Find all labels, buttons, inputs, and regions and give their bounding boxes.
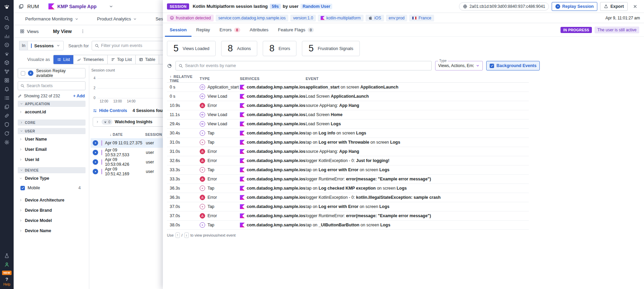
help-question-icon[interactable]: ?	[5, 277, 8, 282]
add-facet-button[interactable]: + Add	[73, 94, 86, 98]
session-replay-play-button[interactable]	[93, 169, 98, 174]
session-type-column-header[interactable]: SESSION T	[145, 132, 166, 137]
facet-group-header[interactable]: USER	[18, 128, 86, 134]
watchdog-icon[interactable]	[0, 49, 14, 58]
ci-icon[interactable]	[0, 129, 14, 138]
facet-group-header[interactable]: CORE	[18, 119, 86, 126]
background-events-toggle[interactable]: Background Events	[486, 61, 540, 70]
facet-item-user-email[interactable]: User Email	[18, 144, 86, 155]
settings-icon[interactable]	[0, 138, 14, 147]
event-search-input[interactable]	[185, 63, 429, 68]
export-button[interactable]: Export	[600, 2, 628, 11]
facet-group-header[interactable]: DEVICE	[18, 167, 86, 173]
event-row-6[interactable]: 31.0s Tap com.datadog.kmp.sample.ios tap…	[167, 138, 529, 147]
dashboards-icon[interactable]	[0, 32, 14, 41]
tag-kotlin-multiplatform[interactable]: kotlin-multiplatform	[318, 15, 364, 21]
tag-service-com-datadog-kmp-sample-ios[interactable]: service:com.datadog.kmp.sample.ios	[216, 15, 288, 21]
facet-search[interactable]	[18, 81, 86, 90]
help-label[interactable]: Help	[3, 283, 11, 286]
ip-address[interactable]: 2a01:cb1d:b09:3d00:8840:937:c486:9041	[459, 2, 549, 11]
facet-checkbox[interactable]	[20, 186, 25, 190]
facet-value-mobile[interactable]: Mobile 4	[20, 183, 86, 192]
tab-replay[interactable]: Replay	[191, 23, 215, 37]
session-replay-play-button[interactable]	[93, 140, 98, 146]
app-selector[interactable]: KMP Sample App	[48, 3, 113, 10]
tag-ios[interactable]: iOS	[366, 15, 384, 21]
event-row-1[interactable]: 0 s View Load com.datadog.kmp.sample.ios…	[167, 92, 529, 101]
search-icon[interactable]	[0, 14, 14, 23]
event-search[interactable]	[175, 61, 432, 70]
facet-item-user-id[interactable]: User Id	[18, 155, 86, 165]
facet-group-header[interactable]: APPLICATION	[18, 101, 86, 107]
user-link[interactable]: Random User	[301, 4, 332, 9]
facet-item-device-brand[interactable]: Device Brand	[18, 205, 86, 215]
views-button[interactable]: Views	[20, 29, 39, 34]
tag-version-1-0[interactable]: version:1.0	[290, 15, 316, 21]
services-column-header[interactable]: SERVICES	[240, 77, 306, 81]
event-row-15[interactable]: 38.0s Tap com.datadog.kmp.sample.ios tap…	[167, 221, 529, 230]
replay-session-button[interactable]: Replay Session	[552, 2, 597, 11]
synthetics-icon[interactable]	[0, 111, 14, 120]
type-filter-dropdown[interactable]: Type Views, Actions, Errors	[435, 61, 483, 70]
rum-icon[interactable]	[0, 102, 14, 111]
event-row-3[interactable]: 11.1s View Load com.datadog.kmp.sample.i…	[167, 110, 529, 119]
event-row-11[interactable]: 36.3s Tap com.datadog.kmp.sample.ios tap…	[167, 184, 529, 193]
event-row-8[interactable]: 32.6s Error com.datadog.kmp.sample.ios l…	[167, 156, 529, 165]
facet-search-input[interactable]	[27, 83, 83, 88]
session-replay-filter[interactable]: Session Replay available	[18, 68, 86, 78]
tag-env-prod[interactable]: env:prod	[386, 15, 408, 21]
tag-france[interactable]: France	[409, 15, 434, 21]
scope-dropdown[interactable]: Sessions	[28, 41, 63, 50]
event-row-0[interactable]: 0 s Application_start com.datadog.kmp.sa…	[167, 83, 529, 92]
pencil-icon[interactable]	[18, 94, 22, 98]
history-icon[interactable]	[0, 23, 14, 32]
tab-errors[interactable]: Errors 8	[215, 23, 245, 37]
close-icon[interactable]	[630, 2, 640, 11]
event-row-4[interactable]: 29.4s View Load com.datadog.kmp.sample.i…	[167, 119, 529, 129]
facet-item-device-type[interactable]: Device Type	[18, 173, 86, 183]
event-row-13[interactable]: 37.0s Tap com.datadog.kmp.sample.ios tap…	[167, 202, 529, 211]
event-row-10[interactable]: 33.3s Error com.datadog.kmp.sample.ios l…	[167, 175, 529, 184]
event-column-header[interactable]: EVENT	[306, 77, 529, 81]
date-column-header[interactable]: ↓ DATE	[110, 132, 123, 137]
network-icon[interactable]	[0, 76, 14, 85]
visualize-tab-timeseries[interactable]: Timeseries	[74, 55, 108, 64]
session-replay-play-button[interactable]	[93, 150, 98, 155]
facet-item-device-model[interactable]: Device Model	[18, 215, 86, 226]
infrastructure-icon[interactable]	[0, 67, 14, 76]
datadog-logo[interactable]	[3, 3, 10, 10]
sort-arrow[interactable]: ↑	[170, 75, 172, 79]
visualize-tab-list[interactable]: List	[53, 55, 73, 64]
type-column-header[interactable]: TYPE	[200, 77, 240, 81]
visualize-tab-table[interactable]: Table	[136, 55, 159, 64]
tab-session[interactable]: Session	[165, 23, 191, 37]
event-row-7[interactable]: 31.0s Error com.datadog.kmp.sample.ios s…	[167, 147, 529, 156]
facet-item-account-id[interactable]: account.id	[18, 107, 86, 117]
tab-attributes[interactable]: Attributes	[245, 23, 273, 37]
event-row-12[interactable]: 36.3s Error com.datadog.kmp.sample.ios l…	[167, 193, 529, 202]
view-options-kebab-icon[interactable]	[80, 29, 85, 34]
facet-item-user-name[interactable]: User Name	[18, 134, 86, 144]
hide-controls-button[interactable]: Hide Controls	[93, 108, 127, 113]
visualize-tab-top-list[interactable]: Top List	[108, 55, 136, 64]
session-replay-play-button[interactable]	[93, 159, 98, 165]
labs-icon[interactable]	[0, 251, 14, 260]
logs-icon[interactable]	[0, 94, 14, 102]
event-row-9[interactable]: 33.3s Tap com.datadog.kmp.sample.ios tap…	[167, 165, 529, 175]
facet-item-device-architecture[interactable]: Device Architecture	[18, 195, 86, 205]
tag-frustration-detected[interactable]: frustration detected	[167, 15, 214, 21]
tab-feature-flags[interactable]: Feature Flags 0	[273, 23, 319, 37]
background-events-checkbox[interactable]	[490, 64, 494, 68]
watchdog-insights[interactable]: 0 Watchdog Insights	[93, 117, 174, 127]
account-icon[interactable]	[0, 260, 14, 269]
apm-icon[interactable]	[0, 58, 14, 67]
monitors-icon[interactable]	[0, 41, 14, 49]
event-row-2[interactable]: 10.9s Error com.datadog.kmp.sample.ios s…	[167, 101, 529, 110]
nav-performance-monitoring[interactable]: Performance Monitoring	[25, 16, 79, 21]
event-timing-icon[interactable]	[167, 63, 172, 68]
session-replay-checkbox[interactable]	[21, 71, 25, 76]
alerts-icon[interactable]	[0, 85, 14, 94]
event-row-14[interactable]: 37.0s Error com.datadog.kmp.sample.ios l…	[167, 211, 529, 221]
security-icon[interactable]	[0, 120, 14, 129]
nav-product-analytics[interactable]: Product Analytics	[97, 16, 137, 21]
